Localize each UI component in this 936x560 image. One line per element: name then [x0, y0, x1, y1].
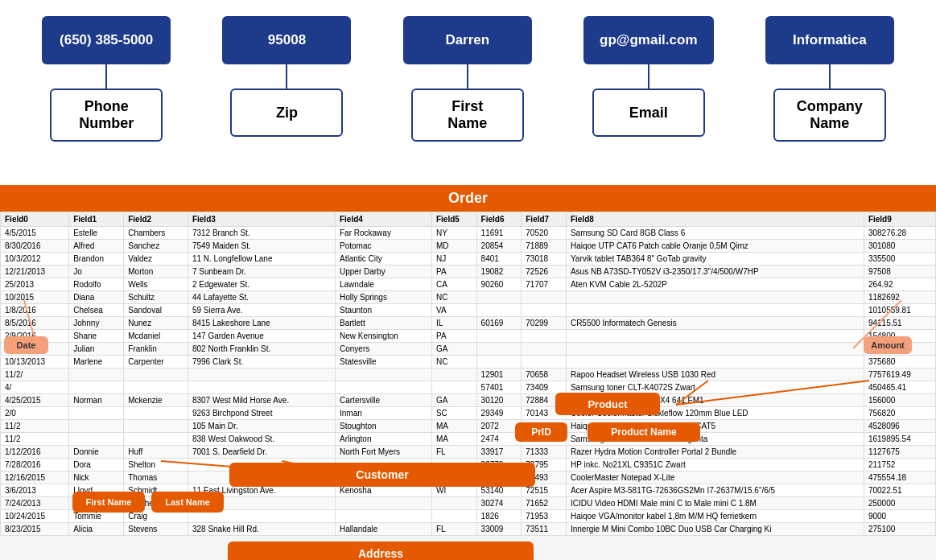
cell-r14-c3: 9263 Birchpond Street	[188, 407, 335, 420]
table-row: 8/5/2016JohnnyNunez8415 Lakeshore LaneBa…	[1, 317, 936, 330]
cell-r13-c7: 72884	[522, 394, 567, 407]
cell-r22-c5	[431, 510, 476, 523]
phone-value-box: (650) 385-5000	[42, 16, 171, 64]
cell-r19-c5	[431, 471, 476, 484]
cell-r15-c4: Stoughton	[335, 420, 431, 433]
email-label: Email	[629, 105, 668, 121]
phone-mapping: (650) 385-5000 PhoneNumber	[42, 16, 171, 142]
cell-r20-c6: 53140	[476, 484, 522, 497]
company-label: CompanyName	[797, 98, 863, 132]
cell-r0-c3: 7312 Branch St.	[188, 227, 335, 240]
cell-r18-c5	[431, 459, 476, 471]
cell-r2-c1: Brandon	[69, 253, 124, 266]
cell-r23-c6: 33009	[476, 523, 522, 536]
cell-r7-c7: 70299	[522, 317, 567, 330]
cell-r10-c5: NC	[431, 356, 476, 369]
cell-r3-c9: 97508	[864, 266, 935, 278]
table-row: 4/5740173409Samsung toner CLT-K4072S Zwa…	[1, 381, 936, 394]
table-row: 10/24/2015TommieCraig182671953Haiqoe VGA…	[1, 510, 936, 523]
cell-r15-c7: 71787	[522, 420, 567, 433]
cell-r16-c8: Samsung toner CLT-M4072S Magenta	[566, 433, 864, 446]
cell-r20-c3: 11 East Livingston Ave.	[188, 484, 335, 497]
cell-r21-c5	[431, 497, 476, 510]
cell-r21-c3	[188, 497, 335, 510]
phone-label: PhoneNumber	[79, 98, 134, 132]
cell-r19-c7: 72493	[522, 471, 567, 484]
cell-r1-c6: 20854	[476, 240, 522, 253]
top-section: (650) 385-5000 PhoneNumber 95008 Zip Dar…	[0, 0, 936, 185]
cell-r15-c0: 11/2	[1, 420, 69, 433]
cell-r14-c7: 70143	[522, 407, 567, 420]
table-row: 1/8/2016ChelseaSandoval59 Sierra Ave.Sta…	[1, 304, 936, 317]
address-label: Address	[358, 547, 403, 560]
table-header-row: Field0 Field1 Field2 Field3 Field4 Field…	[1, 212, 936, 227]
cell-r12-c3	[188, 381, 335, 394]
cell-r3-c5: PA	[431, 266, 476, 278]
cell-r13-c0: 4/25/2015	[1, 394, 69, 407]
cell-r23-c5: FL	[431, 523, 476, 536]
cell-r4-c0: 25/2013	[1, 278, 69, 291]
cell-r1-c8: Haiqoe UTP CAT6 Patch cable Oranje 0,5M …	[566, 240, 864, 253]
cell-r20-c1: Lloyd	[69, 484, 124, 497]
cell-r2-c3: 11 N. Longfellow Lane	[188, 253, 335, 266]
cell-r0-c5: NY	[431, 227, 476, 240]
cell-r19-c0: 12/16/2015	[1, 471, 69, 484]
cell-r6-c6	[476, 304, 522, 317]
cell-r9-c6	[476, 343, 522, 356]
cell-r22-c1: Tommie	[69, 510, 124, 523]
cell-r3-c4: Upper Darby	[335, 266, 431, 278]
cell-r22-c0: 10/24/2015	[1, 510, 69, 523]
cell-r12-c8: Samsung toner CLT-K4072S Zwart	[566, 381, 864, 394]
cell-r18-c3	[188, 459, 335, 471]
cell-r22-c9: 9000	[864, 510, 935, 523]
cell-r8-c4: New Kensington	[335, 330, 431, 343]
cell-r1-c0: 8/30/2016	[1, 240, 69, 253]
cell-r18-c9: 211752	[864, 459, 935, 471]
cell-r12-c5	[431, 381, 476, 394]
email-label-box: Email	[592, 89, 705, 137]
cell-r19-c3	[188, 471, 335, 484]
cell-r2-c7: 73018	[522, 253, 567, 266]
cell-r4-c3: 2 Edgewater St.	[188, 278, 335, 291]
cell-r21-c6: 30274	[476, 497, 522, 510]
email-value: gp@gmail.com	[600, 32, 697, 48]
table-row: 7/28/2016DoraShelton3277972795HP inkc. N…	[1, 459, 936, 471]
cell-r23-c3: 328 Snake Hill Rd.	[188, 523, 335, 536]
cell-r8-c1: Shane	[69, 330, 124, 343]
cell-r5-c4: Holly Springs	[335, 291, 431, 304]
cell-r16-c0: 11/2	[1, 433, 69, 446]
cell-r21-c8: ICIDU Video HDMI Male mini C to Male min…	[566, 497, 864, 510]
cell-r6-c9: 1010559.81	[864, 304, 935, 317]
cell-r17-c1: Donnie	[69, 446, 124, 459]
cell-r9-c9: 897484.04	[864, 343, 935, 356]
cell-r11-c9: 7757619.49	[864, 369, 935, 381]
cell-r9-c2: Franklin	[124, 343, 188, 356]
cell-r4-c5: CA	[431, 278, 476, 291]
cell-r20-c8: Acer Aspire M3-581TG-72636GS2Mn I7-2637M…	[566, 484, 864, 497]
company-connector	[829, 64, 831, 89]
cell-r7-c6: 60169	[476, 317, 522, 330]
cell-r10-c4: Statesville	[335, 356, 431, 369]
col-field2: Field2	[124, 212, 188, 227]
email-connector	[648, 64, 649, 89]
cell-r14-c8: Cooler CoolerMaster Sickleflow 120mm Blu…	[566, 407, 864, 420]
cell-r6-c5: VA	[431, 304, 476, 317]
cell-r6-c0: 1/8/2016	[1, 304, 69, 317]
cell-r2-c6: 8401	[476, 253, 522, 266]
cell-r3-c0: 12/21/2013	[1, 266, 69, 278]
cell-r6-c4: Staunton	[335, 304, 431, 317]
cell-r13-c9: 156000	[864, 394, 935, 407]
cell-r13-c6: 30120	[476, 394, 522, 407]
cell-r12-c6: 57401	[476, 381, 522, 394]
phone-label-box: PhoneNumber	[50, 89, 163, 142]
cell-r17-c4: North Fort Myers	[335, 446, 431, 459]
cell-r3-c6: 19082	[476, 266, 522, 278]
cell-r15-c8: Haiqoe UTP Cross cable 1m RJ45 CAT5	[566, 420, 864, 433]
cell-r21-c9: 250000	[864, 497, 935, 510]
table-row: 1/12/2016DonnieHuff7001 S. Dearfield Dr.…	[1, 446, 936, 459]
zip-connector	[286, 64, 287, 89]
address-annotation: Address	[228, 541, 534, 560]
cell-r15-c9: 4528096	[864, 420, 935, 433]
cell-r1-c3: 7549 Maiden St.	[188, 240, 335, 253]
company-mapping: Informatica CompanyName	[765, 16, 894, 142]
